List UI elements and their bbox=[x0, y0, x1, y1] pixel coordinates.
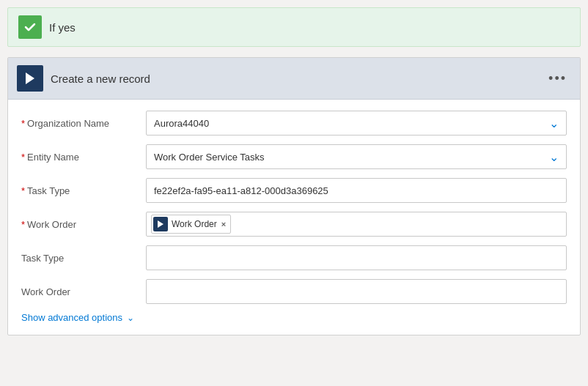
create-record-card: Create a new record ••• *Organization Na… bbox=[7, 57, 581, 335]
tag-remove-button[interactable]: × bbox=[221, 220, 226, 229]
entity-name-row: *Entity Name Work Order Service Tasks ⌄ bbox=[21, 144, 567, 170]
if-yes-header: If yes bbox=[7, 7, 581, 47]
work-order-control bbox=[146, 279, 567, 304]
required-star-3: * bbox=[21, 185, 25, 196]
tag-label-text: Work Order bbox=[172, 219, 217, 229]
action-icon bbox=[17, 65, 43, 92]
required-star-4: * bbox=[21, 219, 25, 230]
entity-name-label: *Entity Name bbox=[21, 152, 146, 163]
svg-marker-1 bbox=[158, 220, 163, 228]
required-star: * bbox=[21, 118, 25, 129]
task-type-input[interactable] bbox=[146, 245, 567, 270]
card-header: Create a new record ••• bbox=[8, 58, 580, 100]
card-title: Create a new record bbox=[51, 73, 544, 85]
advanced-chevron-icon: ⌄ bbox=[127, 313, 134, 323]
tag-action-icon bbox=[153, 217, 168, 231]
if-yes-label: If yes bbox=[49, 21, 76, 34]
work-order-input[interactable] bbox=[146, 279, 567, 304]
entity-name-control: Work Order Service Tasks ⌄ bbox=[146, 144, 567, 169]
svg-marker-0 bbox=[26, 73, 34, 84]
work-order-required-control: Work Order × bbox=[146, 212, 567, 237]
org-name-chevron-icon: ⌄ bbox=[549, 116, 559, 130]
org-name-control: Aurora44040 ⌄ bbox=[146, 111, 567, 136]
required-star-2: * bbox=[21, 152, 25, 163]
task-type-required-control bbox=[146, 178, 567, 203]
org-name-row: *Organization Name Aurora44040 ⌄ bbox=[21, 110, 567, 136]
entity-name-chevron-icon: ⌄ bbox=[549, 150, 559, 164]
work-order-tag-field[interactable]: Work Order × bbox=[146, 212, 567, 237]
work-order-tag: Work Order × bbox=[151, 215, 231, 234]
more-options-button[interactable]: ••• bbox=[544, 69, 571, 88]
task-type-required-input[interactable] bbox=[146, 178, 567, 203]
org-name-value: Aurora44040 bbox=[154, 118, 545, 129]
task-type-label: Task Type bbox=[21, 253, 146, 264]
task-type-required-row: *Task Type bbox=[21, 177, 567, 204]
entity-name-value: Work Order Service Tasks bbox=[154, 152, 545, 163]
task-type-row: Task Type bbox=[21, 245, 567, 271]
work-order-row: Work Order bbox=[21, 278, 567, 305]
show-advanced-options-button[interactable]: Show advanced options ⌄ bbox=[21, 312, 134, 323]
task-type-control bbox=[146, 245, 567, 270]
task-type-required-label: *Task Type bbox=[21, 185, 146, 196]
work-order-label: Work Order bbox=[21, 286, 146, 297]
advanced-options-label: Show advanced options bbox=[21, 312, 122, 323]
work-order-required-row: *Work Order Work Order × bbox=[21, 211, 567, 237]
work-order-required-label: *Work Order bbox=[21, 219, 146, 230]
org-name-label: *Organization Name bbox=[21, 118, 146, 129]
entity-name-dropdown[interactable]: Work Order Service Tasks ⌄ bbox=[146, 144, 567, 169]
org-name-dropdown[interactable]: Aurora44040 ⌄ bbox=[146, 111, 567, 136]
advanced-options-row: Show advanced options ⌄ bbox=[21, 312, 567, 323]
check-icon bbox=[18, 15, 42, 39]
card-body: *Organization Name Aurora44040 ⌄ *Entity… bbox=[8, 100, 580, 335]
